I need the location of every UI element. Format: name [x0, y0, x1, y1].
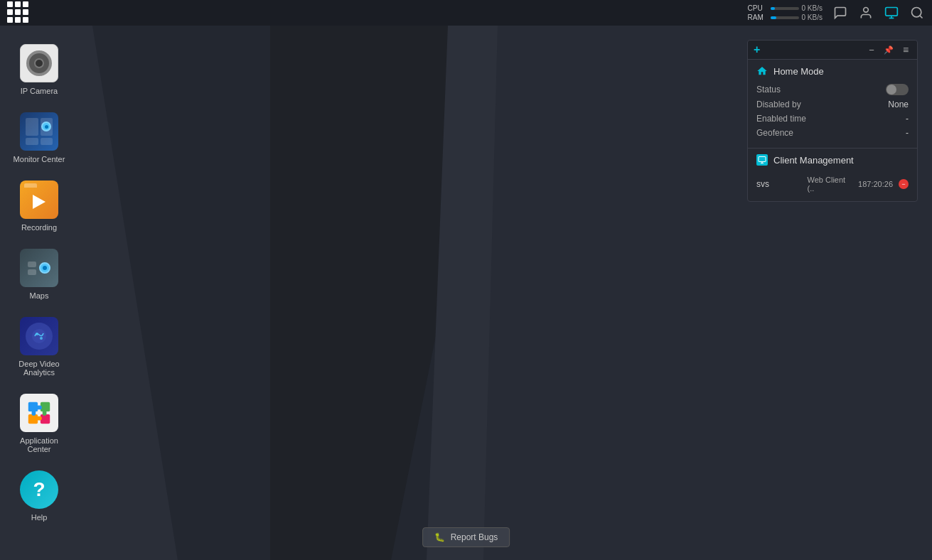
- sidebar-item-ip-camera[interactable]: IP Camera: [4, 40, 75, 99]
- chat-button[interactable]: [832, 5, 848, 21]
- monitor-center-icon-img: [20, 112, 58, 151]
- watermark: IPARES: [294, 274, 452, 313]
- monitor-cell-3: [26, 138, 38, 146]
- ipcam-inner: [26, 50, 52, 76]
- svg-rect-21: [36, 416, 42, 421]
- monitor-layout-button[interactable]: [884, 5, 899, 21]
- home-mode-geofence-row: Geofence -: [756, 128, 909, 138]
- svg-rect-19: [32, 410, 36, 416]
- dva-label: Deep Video Analytics: [8, 360, 70, 377]
- cpu-speed: 0 KB/s: [802, 4, 823, 12]
- enabled-time-value: -: [906, 114, 909, 124]
- ip-camera-icon-img: [20, 44, 58, 82]
- monitor-cell-2: [41, 118, 53, 136]
- help-icon-img: ?: [20, 470, 58, 509]
- widget-panel: + − 📌 ≡ Home Mode Status: [747, 40, 918, 202]
- home-mode-disabled-by-row: Disabled by None: [756, 99, 909, 109]
- toggle-knob: [887, 85, 896, 95]
- recording-icon-img: [20, 181, 58, 219]
- user-button[interactable]: [858, 5, 874, 21]
- client-row: svs Web Client (.. 187:20:26 −: [756, 173, 909, 195]
- client-time: 187:20:26: [858, 180, 893, 188]
- bug-icon: 🐛: [434, 532, 445, 542]
- svg-point-12: [36, 333, 38, 335]
- monitor-eye: [41, 122, 51, 131]
- sidebar-item-application-center[interactable]: Application Center: [4, 389, 75, 458]
- svg-line-5: [920, 16, 923, 18]
- monitor-center-label: Monitor Center: [14, 155, 65, 163]
- svg-rect-1: [886, 8, 898, 16]
- monitor-cell-1: [26, 118, 38, 136]
- ram-bar-fill: [771, 16, 776, 19]
- status-label: Status: [756, 85, 781, 95]
- svg-rect-18: [36, 406, 42, 410]
- svg-point-11: [32, 329, 46, 343]
- maps-icon-img: [20, 249, 58, 287]
- ram-label: RAM: [748, 14, 768, 21]
- svg-marker-8: [92, 26, 483, 560]
- widget-add-button[interactable]: +: [754, 43, 760, 56]
- main-content: IP Camera Monitor Center: [0, 26, 932, 560]
- topbar-right: CPU 0 KB/s RAM 0 KB/s: [748, 4, 925, 21]
- client-type: Web Client (..: [808, 176, 853, 193]
- svg-rect-16: [28, 414, 38, 424]
- system-stats: CPU 0 KB/s RAM 0 KB/s: [748, 4, 823, 21]
- sidebar-item-monitor-center[interactable]: Monitor Center: [4, 108, 75, 168]
- topbar: CPU 0 KB/s RAM 0 KB/s: [0, 0, 932, 26]
- client-user: svs: [756, 179, 802, 189]
- sidebar: IP Camera Monitor Center: [0, 26, 78, 560]
- widget-topbar: + − 📌 ≡: [748, 41, 917, 60]
- topbar-left: [7, 1, 30, 24]
- widget-topbar-icons: − 📌 ≡: [866, 44, 911, 55]
- grid-menu-button[interactable]: [7, 1, 30, 24]
- rec-play-button: [33, 195, 45, 209]
- home-mode-title: Home Mode: [773, 66, 824, 77]
- report-bugs-button[interactable]: 🐛 Report Bugs: [422, 527, 510, 547]
- svg-rect-22: [759, 157, 766, 162]
- widget-menu-button[interactable]: ≡: [900, 44, 911, 55]
- home-mode-status-row: Status: [756, 84, 909, 95]
- svg-rect-20: [43, 410, 47, 416]
- ram-bar: [771, 16, 799, 19]
- widget-pin-button[interactable]: 📌: [883, 44, 894, 55]
- svg-rect-14: [28, 402, 38, 411]
- cpu-label: CPU: [748, 4, 768, 12]
- rec-folder-tab: [24, 183, 37, 188]
- geofence-label: Geofence: [756, 128, 793, 138]
- sidebar-item-deep-video-analytics[interactable]: Deep Video Analytics: [4, 313, 75, 381]
- svg-point-0: [864, 8, 869, 13]
- client-management-title: Client Management: [773, 155, 854, 166]
- dva-icon-img: [20, 317, 58, 355]
- geofence-value: -: [906, 128, 909, 138]
- application-center-label: Application Center: [8, 436, 70, 453]
- appcenter-icon-img: [20, 394, 58, 432]
- recording-label: Recording: [21, 223, 57, 232]
- svg-point-4: [912, 8, 921, 17]
- widget-minimize-button[interactable]: −: [866, 44, 877, 55]
- client-status-disconnected: −: [899, 179, 909, 189]
- ram-stat-row: RAM 0 KB/s: [748, 14, 823, 21]
- sidebar-item-maps[interactable]: Maps: [4, 244, 75, 304]
- sidebar-item-help[interactable]: ? Help: [4, 466, 75, 526]
- status-toggle[interactable]: [886, 84, 909, 95]
- cpu-bar-fill: [771, 7, 775, 10]
- report-bugs-label: Report Bugs: [451, 532, 498, 542]
- ipcam-lens: [34, 58, 44, 68]
- search-button[interactable]: [909, 5, 925, 21]
- monitor-cell-4: [41, 138, 53, 146]
- sidebar-item-recording[interactable]: Recording: [4, 176, 75, 236]
- home-mode-header: Home Mode: [756, 65, 909, 77]
- svg-point-13: [40, 337, 43, 340]
- cpu-stat-row: CPU 0 KB/s: [748, 4, 823, 12]
- svg-marker-10: [427, 26, 498, 560]
- disabled-by-value: None: [888, 99, 909, 109]
- home-mode-section: Home Mode Status Disabled by None Enable…: [748, 60, 917, 149]
- cpu-bar: [771, 7, 799, 10]
- maps-label: Maps: [30, 291, 49, 300]
- svg-rect-17: [41, 414, 50, 424]
- home-mode-enabled-time-row: Enabled time -: [756, 114, 909, 124]
- client-management-icon: [756, 154, 768, 166]
- disabled-by-label: Disabled by: [756, 99, 801, 109]
- ram-speed: 0 KB/s: [802, 14, 823, 21]
- ip-camera-label: IP Camera: [21, 87, 58, 95]
